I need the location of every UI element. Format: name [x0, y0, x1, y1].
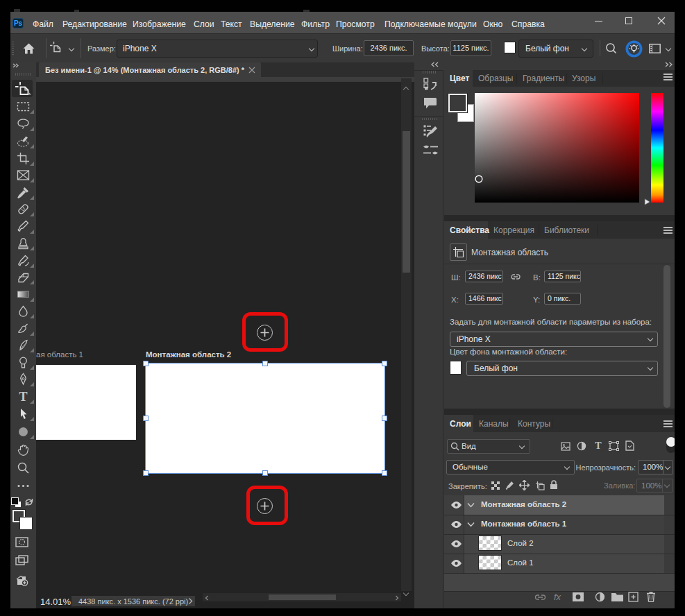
svg-text:T: T: [19, 390, 27, 403]
